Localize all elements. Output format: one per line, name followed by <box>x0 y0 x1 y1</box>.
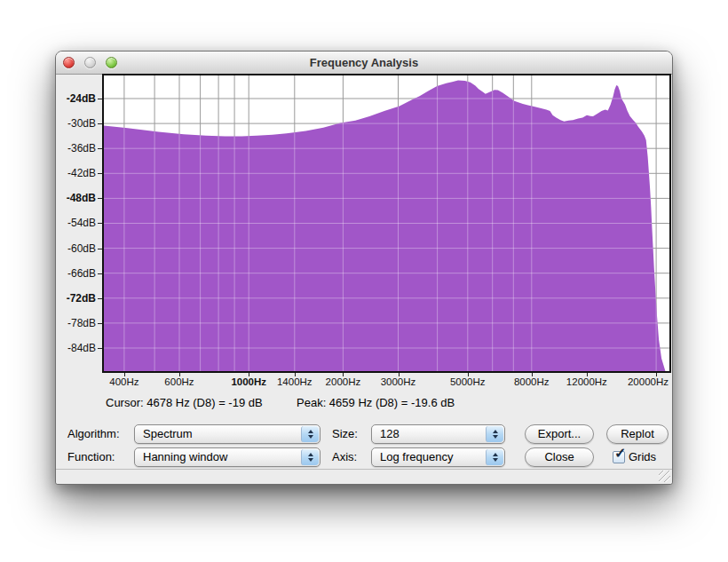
bottom-bar <box>56 471 672 484</box>
resize-grip-icon[interactable] <box>659 471 670 482</box>
x-axis-label: 600Hz <box>164 376 194 387</box>
y-axis-label: -36dB <box>67 142 96 154</box>
x-axis: 400Hz600Hz1000Hz1400Hz2000Hz3000Hz5000Hz… <box>102 373 673 391</box>
y-axis-label: -48dB <box>67 192 96 204</box>
y-axis-label: -66dB <box>67 267 96 280</box>
spectrum-chart <box>104 75 669 371</box>
popup-updown-arrows-icon <box>486 449 503 465</box>
function-select[interactable]: Hanning window <box>134 447 320 467</box>
popup-updown-arrows-icon <box>301 426 319 442</box>
x-axis-label: 2000Hz <box>326 376 361 387</box>
x-axis-label: 1400Hz <box>277 376 313 387</box>
popup-updown-arrows-icon <box>301 449 319 465</box>
y-axis-label: -84dB <box>67 342 96 354</box>
x-axis-label: 400Hz <box>109 376 138 387</box>
replot-button[interactable]: Replot <box>606 424 669 444</box>
size-select[interactable]: 128 <box>371 424 505 444</box>
axis-select[interactable]: Log frequency <box>371 447 505 467</box>
y-axis: -24dB-30dB-36dB-42dB-48dB-54dB-60dB-66dB… <box>56 75 102 371</box>
y-axis-label: -30dB <box>67 117 96 130</box>
size-label: Size: <box>332 424 358 444</box>
checkmark-icon: ✓ <box>614 447 626 461</box>
function-value: Hanning window <box>143 448 227 466</box>
x-axis-label: 1000Hz <box>231 376 266 387</box>
axis-label: Axis: <box>332 447 357 467</box>
size-value: 128 <box>380 425 400 443</box>
algorithm-value: Spectrum <box>143 425 193 443</box>
x-axis-label: 20000Hz <box>628 376 669 387</box>
algorithm-select[interactable]: Spectrum <box>134 424 320 444</box>
x-axis-label: 8000Hz <box>514 376 550 387</box>
grids-checkbox-label: Grids <box>629 447 656 467</box>
x-axis-label: 12000Hz <box>566 376 607 387</box>
y-axis-label: -42dB <box>67 167 96 179</box>
axis-value: Log frequency <box>380 448 453 466</box>
function-label: Function: <box>67 447 115 467</box>
peak-readout: Peak: 4659 Hz (D8) = -19.6 dB <box>297 396 455 409</box>
y-axis-label: -78dB <box>67 317 96 329</box>
y-axis-label: -60dB <box>67 242 96 255</box>
y-axis-label: -54dB <box>67 217 96 229</box>
x-axis-label: 3000Hz <box>381 376 416 387</box>
close-button[interactable]: Close <box>525 447 594 467</box>
status-line: Cursor: 4678 Hz (D8) = -19 dB Peak: 4659… <box>56 396 672 410</box>
y-axis-label: -24dB <box>67 92 96 105</box>
export-button[interactable]: Export... <box>525 424 594 444</box>
cursor-readout: Cursor: 4678 Hz (D8) = -19 dB <box>106 396 263 409</box>
algorithm-label: Algorithm: <box>67 424 120 444</box>
x-axis-label: 5000Hz <box>450 376 486 387</box>
popup-updown-arrows-icon <box>486 426 503 442</box>
title-bar[interactable]: Frequency Analysis <box>56 51 672 75</box>
spectrum-plot[interactable] <box>102 74 671 373</box>
grids-checkbox[interactable]: ✓ <box>613 451 625 463</box>
screenshot-canvas: Frequency Analysis -24dB-30dB-36dB-42dB-… <box>0 0 728 562</box>
frequency-analysis-window: Frequency Analysis -24dB-30dB-36dB-42dB-… <box>55 51 673 485</box>
y-axis-label: -72dB <box>67 292 96 305</box>
window-title: Frequency Analysis <box>56 51 672 74</box>
